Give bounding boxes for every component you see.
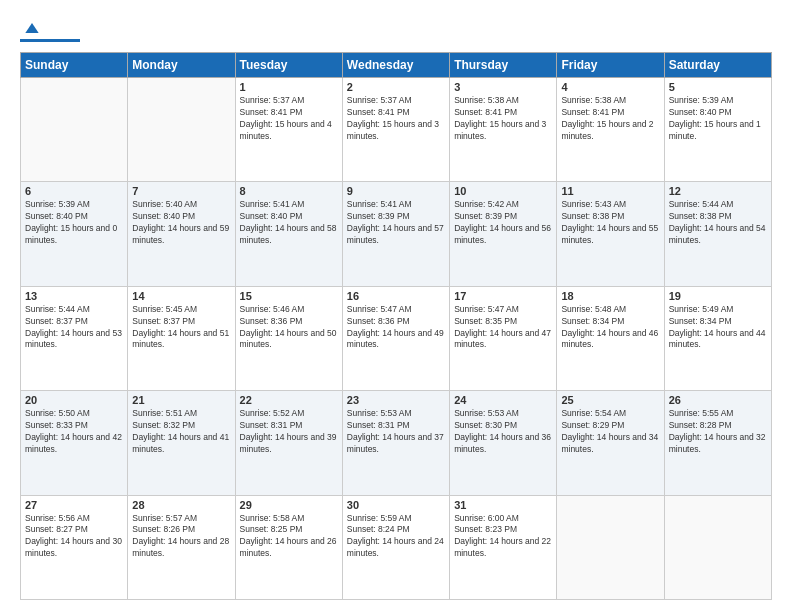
day-number: 30 bbox=[347, 499, 445, 511]
calendar-cell: 6Sunrise: 5:39 AMSunset: 8:40 PMDaylight… bbox=[21, 182, 128, 286]
calendar-cell: 22Sunrise: 5:52 AMSunset: 8:31 PMDayligh… bbox=[235, 391, 342, 495]
day-info: Sunrise: 5:44 AMSunset: 8:38 PMDaylight:… bbox=[669, 199, 767, 247]
calendar-cell bbox=[664, 495, 771, 599]
calendar-cell: 17Sunrise: 5:47 AMSunset: 8:35 PMDayligh… bbox=[450, 286, 557, 390]
calendar-cell: 15Sunrise: 5:46 AMSunset: 8:36 PMDayligh… bbox=[235, 286, 342, 390]
day-number: 14 bbox=[132, 290, 230, 302]
day-info: Sunrise: 5:41 AMSunset: 8:39 PMDaylight:… bbox=[347, 199, 445, 247]
calendar-cell: 25Sunrise: 5:54 AMSunset: 8:29 PMDayligh… bbox=[557, 391, 664, 495]
calendar-cell bbox=[557, 495, 664, 599]
day-number: 25 bbox=[561, 394, 659, 406]
calendar-cell: 24Sunrise: 5:53 AMSunset: 8:30 PMDayligh… bbox=[450, 391, 557, 495]
calendar-cell: 2Sunrise: 5:37 AMSunset: 8:41 PMDaylight… bbox=[342, 78, 449, 182]
day-number: 5 bbox=[669, 81, 767, 93]
day-info: Sunrise: 5:54 AMSunset: 8:29 PMDaylight:… bbox=[561, 408, 659, 456]
day-number: 7 bbox=[132, 185, 230, 197]
weekday-header-wednesday: Wednesday bbox=[342, 53, 449, 78]
weekday-header-sunday: Sunday bbox=[21, 53, 128, 78]
calendar-cell: 11Sunrise: 5:43 AMSunset: 8:38 PMDayligh… bbox=[557, 182, 664, 286]
calendar-week-row: 27Sunrise: 5:56 AMSunset: 8:27 PMDayligh… bbox=[21, 495, 772, 599]
calendar-cell: 29Sunrise: 5:58 AMSunset: 8:25 PMDayligh… bbox=[235, 495, 342, 599]
day-number: 4 bbox=[561, 81, 659, 93]
logo bbox=[20, 18, 80, 42]
day-number: 29 bbox=[240, 499, 338, 511]
calendar-cell: 30Sunrise: 5:59 AMSunset: 8:24 PMDayligh… bbox=[342, 495, 449, 599]
weekday-header-saturday: Saturday bbox=[664, 53, 771, 78]
day-info: Sunrise: 5:59 AMSunset: 8:24 PMDaylight:… bbox=[347, 513, 445, 561]
day-number: 22 bbox=[240, 394, 338, 406]
day-number: 1 bbox=[240, 81, 338, 93]
day-info: Sunrise: 5:39 AMSunset: 8:40 PMDaylight:… bbox=[25, 199, 123, 247]
day-info: Sunrise: 5:52 AMSunset: 8:31 PMDaylight:… bbox=[240, 408, 338, 456]
day-info: Sunrise: 5:39 AMSunset: 8:40 PMDaylight:… bbox=[669, 95, 767, 143]
weekday-header-monday: Monday bbox=[128, 53, 235, 78]
day-info: Sunrise: 5:42 AMSunset: 8:39 PMDaylight:… bbox=[454, 199, 552, 247]
day-info: Sunrise: 5:57 AMSunset: 8:26 PMDaylight:… bbox=[132, 513, 230, 561]
day-info: Sunrise: 5:51 AMSunset: 8:32 PMDaylight:… bbox=[132, 408, 230, 456]
calendar-cell: 18Sunrise: 5:48 AMSunset: 8:34 PMDayligh… bbox=[557, 286, 664, 390]
calendar-cell: 7Sunrise: 5:40 AMSunset: 8:40 PMDaylight… bbox=[128, 182, 235, 286]
header bbox=[20, 18, 772, 42]
day-info: Sunrise: 5:38 AMSunset: 8:41 PMDaylight:… bbox=[561, 95, 659, 143]
calendar-cell: 19Sunrise: 5:49 AMSunset: 8:34 PMDayligh… bbox=[664, 286, 771, 390]
day-info: Sunrise: 5:44 AMSunset: 8:37 PMDaylight:… bbox=[25, 304, 123, 352]
day-info: Sunrise: 5:40 AMSunset: 8:40 PMDaylight:… bbox=[132, 199, 230, 247]
day-number: 19 bbox=[669, 290, 767, 302]
day-info: Sunrise: 6:00 AMSunset: 8:23 PMDaylight:… bbox=[454, 513, 552, 561]
calendar-cell: 3Sunrise: 5:38 AMSunset: 8:41 PMDaylight… bbox=[450, 78, 557, 182]
logo-icon bbox=[22, 18, 42, 38]
day-number: 17 bbox=[454, 290, 552, 302]
day-number: 10 bbox=[454, 185, 552, 197]
calendar-cell: 12Sunrise: 5:44 AMSunset: 8:38 PMDayligh… bbox=[664, 182, 771, 286]
day-number: 2 bbox=[347, 81, 445, 93]
weekday-header-tuesday: Tuesday bbox=[235, 53, 342, 78]
weekday-header-friday: Friday bbox=[557, 53, 664, 78]
calendar-cell: 4Sunrise: 5:38 AMSunset: 8:41 PMDaylight… bbox=[557, 78, 664, 182]
day-info: Sunrise: 5:53 AMSunset: 8:30 PMDaylight:… bbox=[454, 408, 552, 456]
day-info: Sunrise: 5:58 AMSunset: 8:25 PMDaylight:… bbox=[240, 513, 338, 561]
day-number: 15 bbox=[240, 290, 338, 302]
calendar-week-row: 20Sunrise: 5:50 AMSunset: 8:33 PMDayligh… bbox=[21, 391, 772, 495]
day-info: Sunrise: 5:53 AMSunset: 8:31 PMDaylight:… bbox=[347, 408, 445, 456]
day-info: Sunrise: 5:45 AMSunset: 8:37 PMDaylight:… bbox=[132, 304, 230, 352]
calendar-cell: 8Sunrise: 5:41 AMSunset: 8:40 PMDaylight… bbox=[235, 182, 342, 286]
calendar-week-row: 6Sunrise: 5:39 AMSunset: 8:40 PMDaylight… bbox=[21, 182, 772, 286]
day-number: 6 bbox=[25, 185, 123, 197]
day-info: Sunrise: 5:55 AMSunset: 8:28 PMDaylight:… bbox=[669, 408, 767, 456]
day-number: 18 bbox=[561, 290, 659, 302]
day-number: 21 bbox=[132, 394, 230, 406]
calendar-week-row: 1Sunrise: 5:37 AMSunset: 8:41 PMDaylight… bbox=[21, 78, 772, 182]
calendar-week-row: 13Sunrise: 5:44 AMSunset: 8:37 PMDayligh… bbox=[21, 286, 772, 390]
day-number: 11 bbox=[561, 185, 659, 197]
day-info: Sunrise: 5:37 AMSunset: 8:41 PMDaylight:… bbox=[347, 95, 445, 143]
calendar-cell: 31Sunrise: 6:00 AMSunset: 8:23 PMDayligh… bbox=[450, 495, 557, 599]
day-info: Sunrise: 5:56 AMSunset: 8:27 PMDaylight:… bbox=[25, 513, 123, 561]
day-number: 27 bbox=[25, 499, 123, 511]
day-number: 8 bbox=[240, 185, 338, 197]
calendar-cell: 20Sunrise: 5:50 AMSunset: 8:33 PMDayligh… bbox=[21, 391, 128, 495]
day-number: 28 bbox=[132, 499, 230, 511]
day-number: 23 bbox=[347, 394, 445, 406]
calendar-cell: 9Sunrise: 5:41 AMSunset: 8:39 PMDaylight… bbox=[342, 182, 449, 286]
calendar-cell: 5Sunrise: 5:39 AMSunset: 8:40 PMDaylight… bbox=[664, 78, 771, 182]
calendar-cell: 13Sunrise: 5:44 AMSunset: 8:37 PMDayligh… bbox=[21, 286, 128, 390]
day-info: Sunrise: 5:47 AMSunset: 8:35 PMDaylight:… bbox=[454, 304, 552, 352]
day-info: Sunrise: 5:47 AMSunset: 8:36 PMDaylight:… bbox=[347, 304, 445, 352]
calendar-cell: 10Sunrise: 5:42 AMSunset: 8:39 PMDayligh… bbox=[450, 182, 557, 286]
day-info: Sunrise: 5:37 AMSunset: 8:41 PMDaylight:… bbox=[240, 95, 338, 143]
day-info: Sunrise: 5:46 AMSunset: 8:36 PMDaylight:… bbox=[240, 304, 338, 352]
calendar-cell: 16Sunrise: 5:47 AMSunset: 8:36 PMDayligh… bbox=[342, 286, 449, 390]
calendar-table: SundayMondayTuesdayWednesdayThursdayFrid… bbox=[20, 52, 772, 600]
day-info: Sunrise: 5:49 AMSunset: 8:34 PMDaylight:… bbox=[669, 304, 767, 352]
day-number: 24 bbox=[454, 394, 552, 406]
svg-marker-0 bbox=[25, 23, 38, 33]
day-number: 31 bbox=[454, 499, 552, 511]
day-info: Sunrise: 5:50 AMSunset: 8:33 PMDaylight:… bbox=[25, 408, 123, 456]
calendar-cell: 14Sunrise: 5:45 AMSunset: 8:37 PMDayligh… bbox=[128, 286, 235, 390]
day-number: 12 bbox=[669, 185, 767, 197]
day-number: 26 bbox=[669, 394, 767, 406]
weekday-header-row: SundayMondayTuesdayWednesdayThursdayFrid… bbox=[21, 53, 772, 78]
day-number: 13 bbox=[25, 290, 123, 302]
calendar-cell: 21Sunrise: 5:51 AMSunset: 8:32 PMDayligh… bbox=[128, 391, 235, 495]
calendar-cell: 27Sunrise: 5:56 AMSunset: 8:27 PMDayligh… bbox=[21, 495, 128, 599]
